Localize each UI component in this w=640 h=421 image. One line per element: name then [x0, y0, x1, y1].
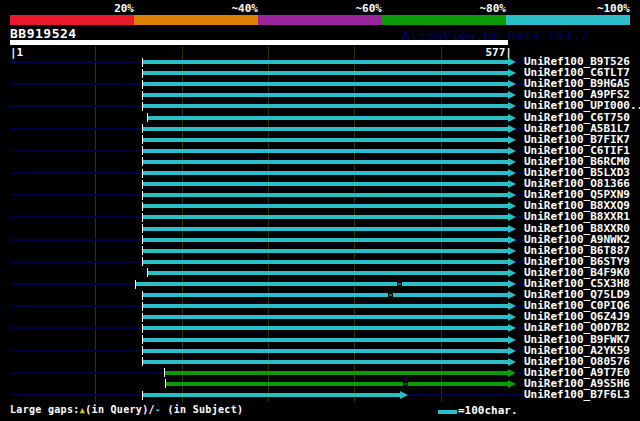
alignment-bar[interactable] — [143, 215, 508, 219]
alignment-bar[interactable] — [143, 326, 508, 330]
gap-legend-subject-text: (in Subject) — [161, 404, 243, 415]
alignment-start-tick — [164, 368, 165, 377]
alignment-bar[interactable] — [166, 382, 508, 386]
row-guide-line — [516, 372, 523, 374]
query-name: BB919524 — [10, 26, 77, 41]
alignment-bar[interactable] — [143, 227, 508, 231]
alignment-arrowhead-icon — [508, 236, 516, 244]
row-guide-line — [516, 350, 523, 352]
alignment-arrowhead-icon — [400, 391, 408, 399]
alignment-bar[interactable] — [143, 338, 508, 342]
gap-marker — [388, 291, 393, 299]
alignment-bar[interactable] — [143, 249, 508, 253]
row-guide-line — [10, 305, 142, 307]
alignment-arrowhead-icon — [508, 369, 516, 377]
alignment-bar[interactable] — [148, 271, 508, 275]
alignment-bar[interactable] — [143, 204, 508, 208]
alignment-bar[interactable] — [165, 371, 508, 375]
alignment-bar[interactable] — [143, 171, 508, 175]
alignment-start-tick — [142, 235, 143, 244]
row-guide-line — [10, 239, 142, 241]
alignment-bar[interactable] — [143, 104, 508, 108]
alignment-start-tick — [142, 91, 143, 100]
alignment-bar[interactable] — [143, 160, 508, 164]
scale-segment-label: ~80% — [426, 2, 506, 15]
row-guide-line — [10, 394, 142, 396]
alignment-arrowhead-icon — [508, 169, 516, 177]
alignment-arrowhead-icon — [508, 347, 516, 355]
alignment-bar[interactable] — [143, 138, 508, 142]
alignment-start-tick — [142, 357, 143, 366]
alignment-start-tick — [142, 69, 143, 78]
alignment-arrowhead-icon — [508, 114, 516, 122]
alignment-bar[interactable] — [143, 349, 508, 353]
scale-segment — [10, 15, 134, 25]
row-guide-line — [516, 83, 523, 85]
alignment-bar[interactable] — [143, 260, 508, 264]
alignment-bar[interactable] — [143, 71, 508, 75]
gap-dash — [404, 383, 407, 385]
alignment-arrowhead-icon — [508, 336, 516, 344]
alignment-start-tick — [142, 346, 143, 355]
alignment-arrowhead-icon — [508, 302, 516, 310]
gap-dash — [389, 294, 392, 296]
alignment-start-tick — [142, 246, 143, 255]
row-guide-line — [516, 105, 523, 107]
scale-segment-label: ~60% — [302, 2, 382, 15]
scale-segment — [258, 15, 382, 25]
alignment-arrowhead-icon — [508, 69, 516, 77]
query-ruler-bar — [10, 40, 508, 45]
scale-segment — [134, 15, 258, 25]
alignment-bar[interactable] — [143, 182, 508, 186]
alignment-arrowhead-icon — [508, 80, 516, 88]
alignment-arrowhead-icon — [508, 269, 516, 277]
alignment-start-tick — [142, 313, 143, 322]
alignment-bar[interactable] — [143, 60, 508, 64]
alignment-arrowhead-icon — [508, 225, 516, 233]
alignment-bar[interactable] — [143, 193, 508, 197]
row-guide-line — [516, 283, 523, 285]
alignment-start-tick — [142, 135, 143, 144]
scale-segment-label: ~100% — [550, 2, 630, 15]
alignment-start-tick — [142, 202, 143, 211]
alignment-start-tick — [142, 335, 143, 344]
row-guide-line — [10, 150, 142, 152]
row-guide-line — [516, 128, 523, 130]
alignment-arrowhead-icon — [508, 313, 516, 321]
alignment-bar[interactable] — [143, 149, 508, 153]
alignment-bar[interactable] — [143, 293, 508, 297]
row-guide-line — [408, 394, 523, 396]
alignment-bar[interactable] — [143, 93, 508, 97]
alignment-bar[interactable] — [148, 116, 508, 120]
alignment-start-tick — [142, 102, 143, 111]
alignment-bar[interactable] — [143, 238, 508, 242]
alignment-bar[interactable] — [143, 393, 400, 397]
gap-legend-prefix: Large gaps: — [10, 404, 80, 415]
alignment-start-tick — [147, 113, 148, 122]
row-guide-line — [516, 327, 523, 329]
alignment-bar[interactable] — [143, 315, 508, 319]
gap-marker — [397, 280, 402, 288]
alignment-bar[interactable] — [143, 127, 508, 131]
alignment-start-tick — [142, 146, 143, 155]
scale-segment — [506, 15, 630, 25]
scale-legend-swatch — [438, 410, 457, 414]
row-guide-line — [10, 261, 142, 263]
alignment-start-tick — [142, 302, 143, 311]
alignment-arrowhead-icon — [508, 202, 516, 210]
gap-legend-query-text: (in Query)/ — [85, 404, 155, 415]
row-guide-line — [516, 216, 523, 218]
alignment-label[interactable]: UniRef100_B7F6L3 — [524, 389, 630, 401]
scale-segment-label: ~40% — [178, 2, 258, 15]
alignment-start-tick — [142, 169, 143, 178]
row-guide-line — [10, 372, 164, 374]
alignment-bar[interactable] — [143, 304, 508, 308]
alignment-start-tick — [142, 80, 143, 89]
alignment-start-tick — [142, 257, 143, 266]
row-guide-line — [10, 216, 142, 218]
alignment-bar[interactable] — [136, 282, 508, 286]
alignment-start-tick — [142, 324, 143, 333]
alignment-arrowhead-icon — [508, 125, 516, 133]
alignment-bar[interactable] — [143, 82, 508, 86]
alignment-bar[interactable] — [143, 360, 508, 364]
